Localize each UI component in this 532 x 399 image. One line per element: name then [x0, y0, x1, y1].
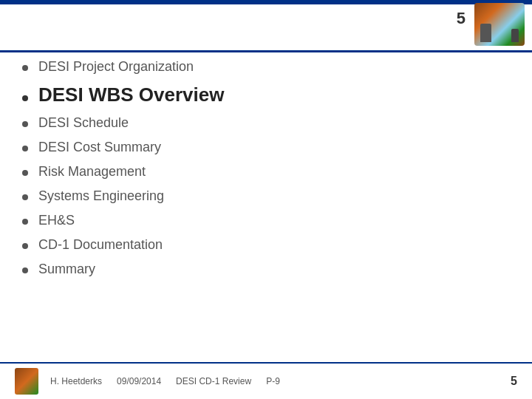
bullet-text: Systems Engineering: [38, 188, 164, 204]
footer-page: P-9: [266, 376, 280, 386]
footer-author: H. Heetderks: [50, 376, 102, 386]
divider-line: [0, 50, 532, 52]
logo-image: [474, 3, 525, 46]
bullet-item-item-8: CD-1 Documentation: [22, 237, 510, 253]
footer-left: H. Heetderks 09/09/2014 DESI CD-1 Review…: [15, 368, 280, 395]
bullet-dot: [22, 121, 28, 127]
bullet-item-item-5: Risk Management: [22, 164, 510, 180]
footer-date: 09/09/2014: [117, 376, 161, 386]
bullet-text: DESI WBS Overview: [38, 83, 224, 106]
bullet-dot: [22, 170, 28, 176]
footer-logo: [15, 368, 38, 395]
content-area: DESI Project OrganizationDESI WBS Overvi…: [22, 59, 510, 355]
bullet-dot: [22, 65, 28, 71]
bullet-item-item-4: DESI Cost Summary: [22, 140, 510, 155]
bullet-text: DESI Project Organization: [38, 59, 194, 75]
bullet-dot: [22, 95, 28, 101]
bullet-dot: [22, 243, 28, 249]
bullet-dot: [22, 219, 28, 225]
bullet-dot: [22, 194, 28, 200]
bullet-text: DESI Schedule: [38, 115, 129, 131]
footer-text: H. Heetderks 09/09/2014 DESI CD-1 Review…: [50, 376, 280, 386]
bullet-item-item-9: Summary: [22, 262, 510, 277]
bullet-dot: [22, 146, 28, 151]
bullet-list: DESI Project OrganizationDESI WBS Overvi…: [22, 59, 510, 277]
bullet-item-item-3: DESI Schedule: [22, 115, 510, 131]
bullet-item-item-7: EH&S: [22, 213, 510, 228]
footer-event: DESI CD-1 Review: [176, 376, 251, 386]
bullet-item-item-6: Systems Engineering: [22, 188, 510, 204]
bullet-dot: [22, 267, 28, 273]
slide-container: 5 DESI Project OrganizationDESI WBS Over…: [0, 0, 532, 399]
footer-slide-number: 5: [511, 375, 517, 388]
top-bar: [0, 0, 532, 4]
bullet-text: Risk Management: [38, 164, 146, 180]
logo-area: [474, 3, 526, 47]
bullet-item-item-1: DESI Project Organization: [22, 59, 510, 75]
bullet-text: EH&S: [38, 213, 75, 228]
bullet-item-item-2: DESI WBS Overview: [22, 83, 510, 106]
footer: H. Heetderks 09/09/2014 DESI CD-1 Review…: [0, 362, 532, 399]
slide-number-top: 5: [457, 9, 466, 28]
bullet-text: CD-1 Documentation: [38, 237, 163, 253]
bullet-text: DESI Cost Summary: [38, 140, 161, 155]
bullet-text: Summary: [38, 262, 95, 277]
